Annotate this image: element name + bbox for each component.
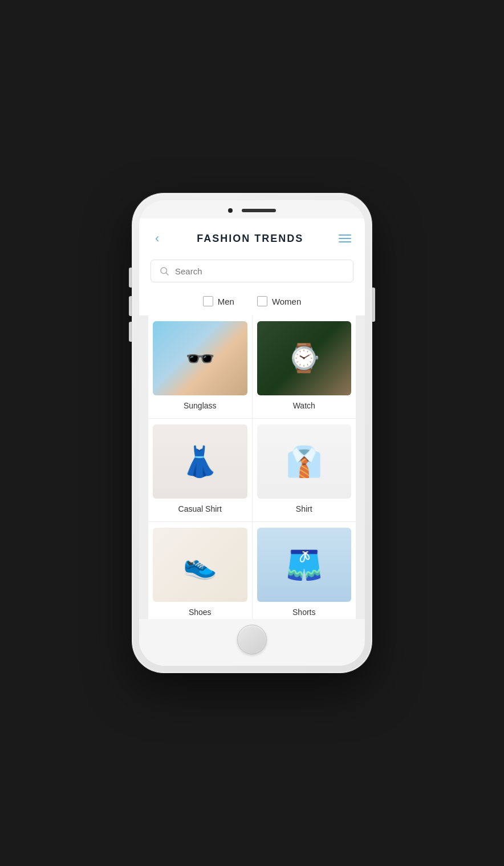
list-item[interactable]: Shirt bbox=[253, 419, 356, 521]
phone-inner: ‹ FASHION TRENDS bbox=[139, 200, 365, 666]
list-item[interactable]: Shoes bbox=[148, 522, 252, 619]
svg-point-0 bbox=[161, 268, 167, 274]
shoes-image bbox=[153, 528, 247, 602]
list-item[interactable]: Watch bbox=[253, 315, 356, 418]
filter-row: Men Women bbox=[139, 292, 365, 315]
women-label: Women bbox=[272, 297, 301, 306]
menu-line-3 bbox=[339, 241, 351, 242]
sunglass-image bbox=[153, 321, 247, 395]
menu-button[interactable] bbox=[336, 232, 353, 245]
back-button[interactable]: ‹ bbox=[151, 229, 164, 248]
women-checkbox[interactable] bbox=[257, 296, 267, 306]
sunglass-label: Sunglass bbox=[184, 401, 217, 410]
phone-bottom bbox=[139, 619, 365, 666]
search-input[interactable] bbox=[175, 266, 345, 276]
men-checkbox[interactable] bbox=[203, 296, 213, 306]
camera-dot bbox=[228, 208, 233, 213]
filter-women[interactable]: Women bbox=[257, 296, 301, 306]
speaker-slot bbox=[242, 209, 276, 212]
phone-frame: ‹ FASHION TRENDS bbox=[132, 193, 372, 673]
list-item[interactable]: Casual Shirt bbox=[148, 419, 252, 521]
shirt-image bbox=[257, 424, 352, 499]
screen: ‹ FASHION TRENDS bbox=[139, 218, 365, 619]
men-label: Men bbox=[218, 297, 234, 306]
menu-line-1 bbox=[339, 234, 351, 236]
page-title: FASHION TRENDS bbox=[164, 233, 336, 245]
svg-line-1 bbox=[166, 273, 168, 275]
app-header: ‹ FASHION TRENDS bbox=[139, 218, 365, 255]
search-container bbox=[139, 255, 365, 292]
watch-image bbox=[257, 321, 352, 395]
filter-men[interactable]: Men bbox=[203, 296, 234, 306]
shorts-label: Shorts bbox=[292, 608, 315, 617]
casual-shirt-label: Casual Shirt bbox=[178, 504, 222, 513]
shirt-label: Shirt bbox=[296, 504, 312, 513]
shoes-label: Shoes bbox=[189, 608, 212, 617]
menu-line-2 bbox=[339, 238, 351, 239]
list-item[interactable]: Shorts bbox=[253, 522, 356, 619]
watch-label: Watch bbox=[293, 401, 315, 410]
product-grid: Sunglass Watch Casual Shirt Shirt bbox=[139, 315, 365, 619]
list-item[interactable]: Sunglass bbox=[148, 315, 252, 418]
shorts-image bbox=[257, 528, 352, 602]
search-icon bbox=[159, 266, 169, 276]
phone-top-bar bbox=[139, 200, 365, 218]
casual-shirt-image bbox=[153, 424, 247, 499]
home-button[interactable] bbox=[237, 625, 267, 654]
search-box[interactable] bbox=[151, 260, 353, 282]
